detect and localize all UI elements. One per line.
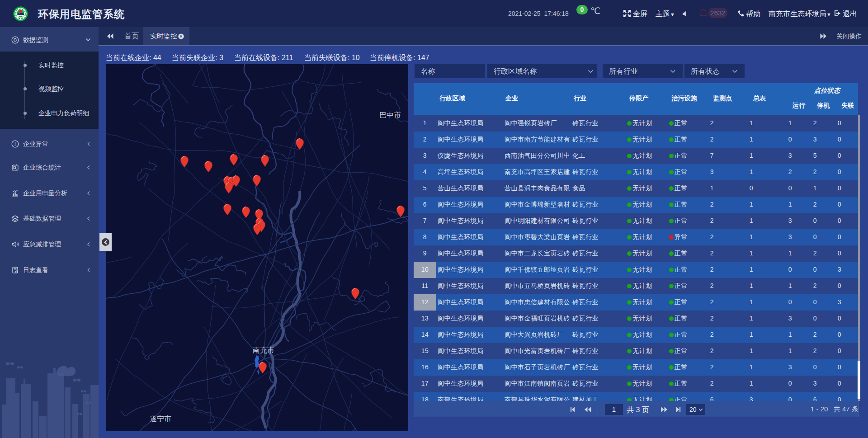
svg-text:南充市: 南充市: [253, 346, 274, 354]
svg-text:巴中市: 巴中市: [379, 111, 401, 119]
svg-text:遂宁市: 遂宁市: [150, 415, 171, 423]
